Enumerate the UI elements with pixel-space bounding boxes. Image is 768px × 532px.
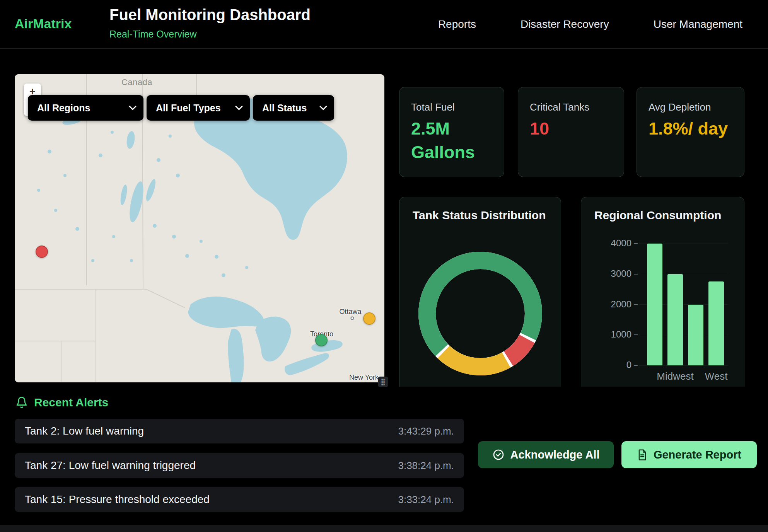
brand-logo[interactable]: AirMatrix xyxy=(15,16,72,31)
acknowledge-all-button[interactable]: Acknowledge All xyxy=(478,441,614,468)
y-tick-label: 2000 xyxy=(589,299,631,310)
generate-report-label: Generate Report xyxy=(654,448,741,461)
map-resize-handle[interactable]: ⣿ xyxy=(378,377,388,387)
alert-message: Tank 15: Pressure threshold exceeded xyxy=(25,493,210,506)
stat-value: 1.8%/ day xyxy=(649,117,734,140)
alert-message: Tank 2: Low fuel warning xyxy=(25,425,144,437)
y-tick-label: 1000 xyxy=(589,329,631,340)
bar xyxy=(647,244,662,365)
main-nav: Reports Disaster Recovery User Managemen… xyxy=(438,0,742,49)
check-circle-icon xyxy=(492,448,505,461)
stat-label: Total Fuel xyxy=(411,101,455,113)
y-tick xyxy=(634,365,638,366)
map-city-label: Ottawa xyxy=(339,308,361,316)
stat-label: Avg Depletion xyxy=(649,101,711,113)
fuel-type-filter-dropdown[interactable]: All Fuel Types xyxy=(147,95,250,121)
y-tick-label: 3000 xyxy=(589,268,631,279)
stat-label: Critical Tanks xyxy=(530,101,589,113)
map-marker[interactable] xyxy=(363,312,375,325)
map-city-label: New York xyxy=(349,373,379,382)
status-filter-dropdown[interactable]: All Status xyxy=(253,95,334,121)
y-tick xyxy=(634,274,638,275)
bar xyxy=(688,305,703,366)
document-icon xyxy=(637,449,648,461)
header: AirMatrix Fuel Monitoring Dashboard Real… xyxy=(0,0,768,49)
alert-timestamp: 3:38:24 p.m. xyxy=(398,460,454,472)
bar xyxy=(708,281,724,365)
y-tick xyxy=(634,334,638,335)
fuel-monitoring-dashboard: AirMatrix Fuel Monitoring Dashboard Real… xyxy=(0,0,768,532)
map-panel: Canada OttawaTorontoNew York + − All Reg… xyxy=(15,74,384,382)
donut-segment xyxy=(444,352,506,367)
map-marker[interactable] xyxy=(36,246,48,258)
x-axis-label: West xyxy=(687,370,745,382)
nav-disaster-recovery[interactable]: Disaster Recovery xyxy=(521,18,609,31)
fuel-type-filter-label: All Fuel Types xyxy=(156,102,221,114)
alert-timestamp: 3:33:24 p.m. xyxy=(398,494,454,506)
donut-segment xyxy=(509,339,527,358)
tank-status-distribution-card: Tank Status Distribution xyxy=(399,197,561,398)
stat-value: 2.5M Gallons xyxy=(411,117,496,164)
stat-card-avg-depletion: Avg Depletion 1.8%/ day xyxy=(637,87,744,177)
alert-timestamp: 3:43:29 p.m. xyxy=(398,425,454,437)
nav-user-management[interactable]: User Management xyxy=(654,18,742,31)
y-tick-label: 4000 xyxy=(589,238,631,249)
generate-report-button[interactable]: Generate Report xyxy=(621,441,757,468)
page-subtitle: Real-Time Overview xyxy=(109,29,197,40)
y-tick-label: 0 xyxy=(589,360,631,370)
alert-row: Tank 27: Low fuel warning triggered 3:38… xyxy=(15,453,464,478)
page-title: Fuel Monitoring Dashboard xyxy=(109,6,311,24)
chevron-down-icon xyxy=(235,106,243,111)
chevron-down-icon xyxy=(129,106,137,111)
recent-alerts-section: Recent Alerts Tank 2: Low fuel warning 3… xyxy=(0,387,768,532)
y-tick xyxy=(634,304,638,305)
acknowledge-all-label: Acknowledge All xyxy=(510,448,600,461)
alert-row: Tank 2: Low fuel warning 3:43:29 p.m. xyxy=(15,419,464,443)
nav-reports[interactable]: Reports xyxy=(438,18,476,31)
bell-icon xyxy=(15,396,28,409)
bar-chart: 01000200030004000MidwestWest xyxy=(581,197,744,397)
region-filter-label: All Regions xyxy=(37,102,90,114)
chevron-down-icon xyxy=(319,106,327,111)
regional-consumption-card: Regional Consumption 01000200030004000Mi… xyxy=(581,197,744,398)
status-filter-label: All Status xyxy=(262,102,307,114)
alert-message: Tank 27: Low fuel warning triggered xyxy=(25,459,196,472)
stat-value: 10 xyxy=(530,117,615,140)
donut-segment xyxy=(427,260,534,350)
alert-row: Tank 15: Pressure threshold exceeded 3:3… xyxy=(15,487,464,512)
alerts-heading: Recent Alerts xyxy=(15,396,108,409)
region-filter-dropdown[interactable]: All Regions xyxy=(28,95,143,121)
y-tick xyxy=(634,243,638,244)
donut-chart xyxy=(399,197,561,398)
stat-card-critical-tanks: Critical Tanks 10 xyxy=(518,87,624,177)
stat-card-total-fuel: Total Fuel 2.5M Gallons xyxy=(399,87,504,177)
alerts-heading-label: Recent Alerts xyxy=(34,396,108,409)
bar xyxy=(667,274,683,365)
city-dot xyxy=(351,317,354,320)
bottom-bar xyxy=(0,525,768,532)
map-marker[interactable] xyxy=(315,334,328,346)
map-country-label: Canada xyxy=(121,77,152,87)
